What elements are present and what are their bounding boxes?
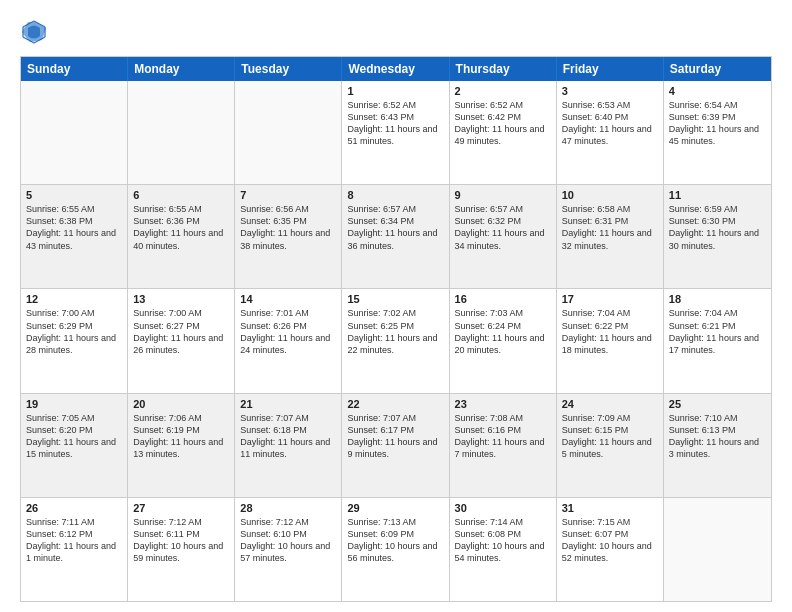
cell-info: Sunrise: 7:03 AM Sunset: 6:24 PM Dayligh… bbox=[455, 307, 551, 356]
calendar-header: SundayMondayTuesdayWednesdayThursdayFrid… bbox=[21, 57, 771, 81]
cell-info: Sunrise: 7:09 AM Sunset: 6:15 PM Dayligh… bbox=[562, 412, 658, 461]
calendar-cell: 1Sunrise: 6:52 AM Sunset: 6:43 PM Daylig… bbox=[342, 81, 449, 184]
calendar-cell: 18Sunrise: 7:04 AM Sunset: 6:21 PM Dayli… bbox=[664, 289, 771, 392]
calendar-row: 12Sunrise: 7:00 AM Sunset: 6:29 PM Dayli… bbox=[21, 289, 771, 393]
weekday-header: Monday bbox=[128, 57, 235, 81]
calendar-cell: 8Sunrise: 6:57 AM Sunset: 6:34 PM Daylig… bbox=[342, 185, 449, 288]
page: SundayMondayTuesdayWednesdayThursdayFrid… bbox=[0, 0, 792, 612]
calendar-cell: 10Sunrise: 6:58 AM Sunset: 6:31 PM Dayli… bbox=[557, 185, 664, 288]
cell-info: Sunrise: 7:10 AM Sunset: 6:13 PM Dayligh… bbox=[669, 412, 766, 461]
calendar-row: 1Sunrise: 6:52 AM Sunset: 6:43 PM Daylig… bbox=[21, 81, 771, 185]
weekday-header: Friday bbox=[557, 57, 664, 81]
calendar-cell bbox=[128, 81, 235, 184]
day-number: 11 bbox=[669, 189, 766, 201]
calendar-cell: 19Sunrise: 7:05 AM Sunset: 6:20 PM Dayli… bbox=[21, 394, 128, 497]
calendar-cell bbox=[235, 81, 342, 184]
day-number: 27 bbox=[133, 502, 229, 514]
calendar-cell: 9Sunrise: 6:57 AM Sunset: 6:32 PM Daylig… bbox=[450, 185, 557, 288]
calendar-row: 19Sunrise: 7:05 AM Sunset: 6:20 PM Dayli… bbox=[21, 394, 771, 498]
cell-info: Sunrise: 7:04 AM Sunset: 6:22 PM Dayligh… bbox=[562, 307, 658, 356]
cell-info: Sunrise: 7:07 AM Sunset: 6:17 PM Dayligh… bbox=[347, 412, 443, 461]
weekday-header: Thursday bbox=[450, 57, 557, 81]
calendar-cell: 14Sunrise: 7:01 AM Sunset: 6:26 PM Dayli… bbox=[235, 289, 342, 392]
weekday-header: Sunday bbox=[21, 57, 128, 81]
day-number: 3 bbox=[562, 85, 658, 97]
calendar-cell: 4Sunrise: 6:54 AM Sunset: 6:39 PM Daylig… bbox=[664, 81, 771, 184]
logo-icon bbox=[20, 18, 48, 46]
day-number: 2 bbox=[455, 85, 551, 97]
cell-info: Sunrise: 6:57 AM Sunset: 6:34 PM Dayligh… bbox=[347, 203, 443, 252]
calendar-cell: 24Sunrise: 7:09 AM Sunset: 6:15 PM Dayli… bbox=[557, 394, 664, 497]
day-number: 28 bbox=[240, 502, 336, 514]
day-number: 5 bbox=[26, 189, 122, 201]
cell-info: Sunrise: 6:56 AM Sunset: 6:35 PM Dayligh… bbox=[240, 203, 336, 252]
cell-info: Sunrise: 7:11 AM Sunset: 6:12 PM Dayligh… bbox=[26, 516, 122, 565]
day-number: 20 bbox=[133, 398, 229, 410]
weekday-header: Tuesday bbox=[235, 57, 342, 81]
day-number: 30 bbox=[455, 502, 551, 514]
day-number: 1 bbox=[347, 85, 443, 97]
calendar-cell: 12Sunrise: 7:00 AM Sunset: 6:29 PM Dayli… bbox=[21, 289, 128, 392]
day-number: 31 bbox=[562, 502, 658, 514]
cell-info: Sunrise: 7:02 AM Sunset: 6:25 PM Dayligh… bbox=[347, 307, 443, 356]
calendar-body: 1Sunrise: 6:52 AM Sunset: 6:43 PM Daylig… bbox=[21, 81, 771, 601]
day-number: 7 bbox=[240, 189, 336, 201]
calendar-cell: 20Sunrise: 7:06 AM Sunset: 6:19 PM Dayli… bbox=[128, 394, 235, 497]
day-number: 4 bbox=[669, 85, 766, 97]
day-number: 22 bbox=[347, 398, 443, 410]
day-number: 14 bbox=[240, 293, 336, 305]
day-number: 19 bbox=[26, 398, 122, 410]
calendar: SundayMondayTuesdayWednesdayThursdayFrid… bbox=[20, 56, 772, 602]
cell-info: Sunrise: 7:06 AM Sunset: 6:19 PM Dayligh… bbox=[133, 412, 229, 461]
cell-info: Sunrise: 6:59 AM Sunset: 6:30 PM Dayligh… bbox=[669, 203, 766, 252]
calendar-cell: 25Sunrise: 7:10 AM Sunset: 6:13 PM Dayli… bbox=[664, 394, 771, 497]
cell-info: Sunrise: 7:00 AM Sunset: 6:27 PM Dayligh… bbox=[133, 307, 229, 356]
cell-info: Sunrise: 7:14 AM Sunset: 6:08 PM Dayligh… bbox=[455, 516, 551, 565]
day-number: 10 bbox=[562, 189, 658, 201]
day-number: 8 bbox=[347, 189, 443, 201]
calendar-cell: 28Sunrise: 7:12 AM Sunset: 6:10 PM Dayli… bbox=[235, 498, 342, 601]
calendar-cell: 2Sunrise: 6:52 AM Sunset: 6:42 PM Daylig… bbox=[450, 81, 557, 184]
day-number: 6 bbox=[133, 189, 229, 201]
calendar-cell: 7Sunrise: 6:56 AM Sunset: 6:35 PM Daylig… bbox=[235, 185, 342, 288]
calendar-cell: 27Sunrise: 7:12 AM Sunset: 6:11 PM Dayli… bbox=[128, 498, 235, 601]
day-number: 18 bbox=[669, 293, 766, 305]
day-number: 13 bbox=[133, 293, 229, 305]
cell-info: Sunrise: 7:15 AM Sunset: 6:07 PM Dayligh… bbox=[562, 516, 658, 565]
weekday-header: Wednesday bbox=[342, 57, 449, 81]
cell-info: Sunrise: 6:52 AM Sunset: 6:42 PM Dayligh… bbox=[455, 99, 551, 148]
cell-info: Sunrise: 6:54 AM Sunset: 6:39 PM Dayligh… bbox=[669, 99, 766, 148]
calendar-cell: 17Sunrise: 7:04 AM Sunset: 6:22 PM Dayli… bbox=[557, 289, 664, 392]
cell-info: Sunrise: 7:00 AM Sunset: 6:29 PM Dayligh… bbox=[26, 307, 122, 356]
day-number: 12 bbox=[26, 293, 122, 305]
day-number: 25 bbox=[669, 398, 766, 410]
calendar-cell: 26Sunrise: 7:11 AM Sunset: 6:12 PM Dayli… bbox=[21, 498, 128, 601]
calendar-cell: 15Sunrise: 7:02 AM Sunset: 6:25 PM Dayli… bbox=[342, 289, 449, 392]
calendar-cell: 11Sunrise: 6:59 AM Sunset: 6:30 PM Dayli… bbox=[664, 185, 771, 288]
calendar-cell: 23Sunrise: 7:08 AM Sunset: 6:16 PM Dayli… bbox=[450, 394, 557, 497]
cell-info: Sunrise: 7:04 AM Sunset: 6:21 PM Dayligh… bbox=[669, 307, 766, 356]
day-number: 24 bbox=[562, 398, 658, 410]
calendar-cell: 29Sunrise: 7:13 AM Sunset: 6:09 PM Dayli… bbox=[342, 498, 449, 601]
day-number: 21 bbox=[240, 398, 336, 410]
cell-info: Sunrise: 6:55 AM Sunset: 6:38 PM Dayligh… bbox=[26, 203, 122, 252]
calendar-cell bbox=[21, 81, 128, 184]
cell-info: Sunrise: 7:07 AM Sunset: 6:18 PM Dayligh… bbox=[240, 412, 336, 461]
cell-info: Sunrise: 6:57 AM Sunset: 6:32 PM Dayligh… bbox=[455, 203, 551, 252]
day-number: 17 bbox=[562, 293, 658, 305]
calendar-row: 5Sunrise: 6:55 AM Sunset: 6:38 PM Daylig… bbox=[21, 185, 771, 289]
cell-info: Sunrise: 7:13 AM Sunset: 6:09 PM Dayligh… bbox=[347, 516, 443, 565]
calendar-cell: 31Sunrise: 7:15 AM Sunset: 6:07 PM Dayli… bbox=[557, 498, 664, 601]
calendar-cell: 13Sunrise: 7:00 AM Sunset: 6:27 PM Dayli… bbox=[128, 289, 235, 392]
calendar-cell: 22Sunrise: 7:07 AM Sunset: 6:17 PM Dayli… bbox=[342, 394, 449, 497]
cell-info: Sunrise: 6:58 AM Sunset: 6:31 PM Dayligh… bbox=[562, 203, 658, 252]
weekday-header: Saturday bbox=[664, 57, 771, 81]
day-number: 9 bbox=[455, 189, 551, 201]
calendar-cell: 21Sunrise: 7:07 AM Sunset: 6:18 PM Dayli… bbox=[235, 394, 342, 497]
logo bbox=[20, 18, 52, 46]
cell-info: Sunrise: 7:12 AM Sunset: 6:11 PM Dayligh… bbox=[133, 516, 229, 565]
day-number: 26 bbox=[26, 502, 122, 514]
day-number: 16 bbox=[455, 293, 551, 305]
cell-info: Sunrise: 7:05 AM Sunset: 6:20 PM Dayligh… bbox=[26, 412, 122, 461]
calendar-cell: 3Sunrise: 6:53 AM Sunset: 6:40 PM Daylig… bbox=[557, 81, 664, 184]
